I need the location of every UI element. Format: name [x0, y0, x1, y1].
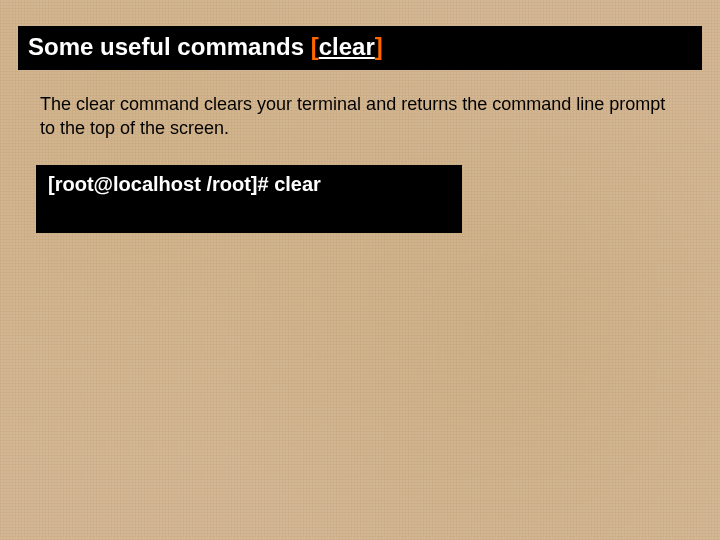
command-description: The clear command clears your terminal a…: [40, 92, 684, 141]
title-prefix: Some useful commands: [28, 33, 311, 60]
terminal-window: [root@localhost /root]# clear: [36, 165, 462, 233]
bracket-close: ]: [375, 33, 383, 60]
title-command-name: clear: [319, 33, 375, 60]
slide-title: Some useful commands [clear]: [28, 33, 383, 61]
terminal-prompt-line: [root@localhost /root]# clear: [48, 173, 450, 196]
slide-title-bar: Some useful commands [clear]: [18, 26, 702, 70]
bracket-open: [: [311, 33, 319, 60]
